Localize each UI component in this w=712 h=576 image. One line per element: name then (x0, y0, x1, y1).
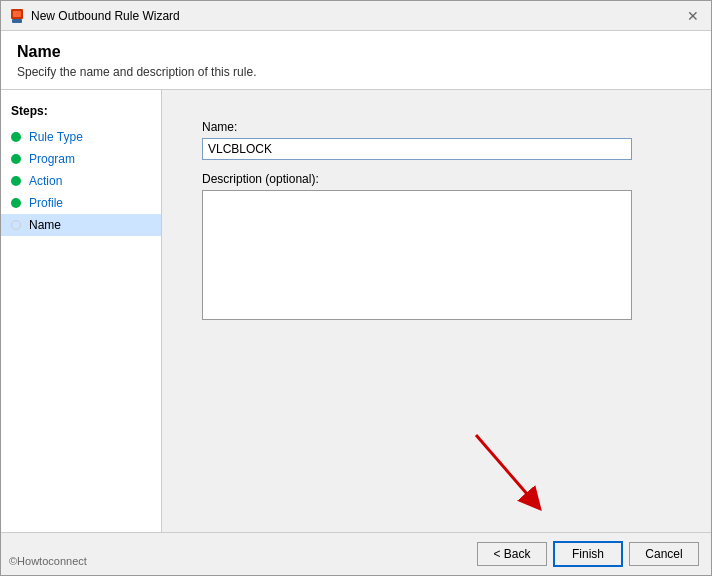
wizard-window: New Outbound Rule Wizard ✕ Name Specify … (0, 0, 712, 576)
sidebar-item-profile[interactable]: Profile (1, 192, 161, 214)
sidebar-item-rule-type[interactable]: Rule Type (1, 126, 161, 148)
description-form-group: Description (optional): (202, 172, 671, 320)
name-input[interactable] (202, 138, 632, 160)
cancel-button[interactable]: Cancel (629, 542, 699, 566)
completed-dot (11, 176, 21, 186)
watermark: ©Howtoconnect (9, 555, 87, 567)
description-input[interactable] (202, 190, 632, 320)
header-subtitle: Specify the name and description of this… (17, 65, 695, 79)
sidebar-item-label: Action (29, 174, 62, 188)
sidebar-item-label: Profile (29, 196, 63, 210)
main-area: Steps: Rule Type Program Action Profile (1, 90, 711, 532)
title-bar-text: New Outbound Rule Wizard (31, 9, 683, 23)
sidebar-item-label: Program (29, 152, 75, 166)
finish-button[interactable]: Finish (553, 541, 623, 567)
sidebar-item-program[interactable]: Program (1, 148, 161, 170)
window-content: Name Specify the name and description of… (1, 31, 711, 575)
title-bar-icon (9, 8, 25, 24)
header-title: Name (17, 43, 695, 61)
name-form-group: Name: (202, 120, 671, 160)
sidebar-item-label: Rule Type (29, 130, 83, 144)
active-dot (11, 220, 21, 230)
completed-dot (11, 132, 21, 142)
content-area: Name: Description (optional): (162, 90, 711, 532)
title-bar: New Outbound Rule Wizard ✕ (1, 1, 711, 31)
back-button[interactable]: < Back (477, 542, 547, 566)
close-button[interactable]: ✕ (683, 6, 703, 26)
sidebar-item-label: Name (29, 218, 61, 232)
svg-rect-1 (13, 11, 21, 17)
sidebar-item-action[interactable]: Action (1, 170, 161, 192)
completed-dot (11, 198, 21, 208)
sidebar-item-name[interactable]: Name (1, 214, 161, 236)
description-label: Description (optional): (202, 172, 671, 186)
name-label: Name: (202, 120, 671, 134)
sidebar: Steps: Rule Type Program Action Profile (1, 90, 162, 532)
header-area: Name Specify the name and description of… (1, 31, 711, 90)
completed-dot (11, 154, 21, 164)
steps-label: Steps: (1, 100, 161, 126)
footer-area: ©Howtoconnect < Back Finish Cancel (1, 532, 711, 575)
svg-rect-2 (12, 19, 22, 23)
